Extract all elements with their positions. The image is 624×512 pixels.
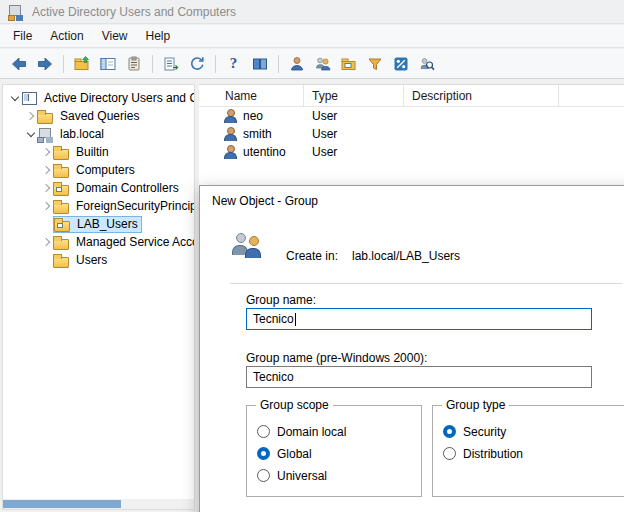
set-filter-button[interactable] <box>362 52 387 76</box>
filter-funnel-icon <box>367 56 383 72</box>
find-users-icon <box>419 56 435 72</box>
find-button[interactable] <box>414 52 439 76</box>
tree-item-computers[interactable]: Computers <box>3 161 194 179</box>
dialog-divider <box>230 283 622 284</box>
back-button[interactable] <box>6 52 31 76</box>
radio-security[interactable]: Security <box>443 424 624 439</box>
toolbar-separator <box>215 55 216 73</box>
radio-label: Distribution <box>463 447 523 461</box>
chevron-expanded-icon[interactable] <box>25 128 37 140</box>
radio-global[interactable]: Global <box>257 446 421 461</box>
create-in-label: Create in: <box>286 249 338 263</box>
ou-folder-icon <box>54 217 71 232</box>
forward-arrow-icon <box>37 56 53 72</box>
group-name-label: Group name: <box>246 293 316 307</box>
help-topics-button[interactable] <box>247 52 272 76</box>
user-name: neo <box>243 109 263 123</box>
tree-item-saved-queries[interactable]: Saved Queries <box>3 107 194 125</box>
radio-label: Domain local <box>277 425 346 439</box>
show-hide-console-tree-button[interactable] <box>95 52 120 76</box>
tree-item-foreign-security-principals[interactable]: ForeignSecurityPrincipals <box>3 197 194 215</box>
advanced-button[interactable] <box>388 52 413 76</box>
toolbar-separator <box>278 55 279 73</box>
tree-horizontal-scrollbar[interactable] <box>3 499 194 509</box>
tree-item-label: Domain Controllers <box>73 180 182 196</box>
chevron-collapsed-icon[interactable] <box>41 236 53 248</box>
radio-universal[interactable]: Universal <box>257 468 421 483</box>
new-group-button[interactable] <box>310 52 335 76</box>
chevron-collapsed-icon[interactable] <box>41 182 53 194</box>
group-type-label: Group type <box>442 398 509 412</box>
column-header-name[interactable]: Name <box>199 85 304 106</box>
tree-item-managed-service-accounts[interactable]: Managed Service Accounts <box>3 233 194 251</box>
list-header: Name Type Description <box>199 85 624 107</box>
console-panes-icon <box>100 56 116 72</box>
tree-item-label: Computers <box>73 162 138 178</box>
chevron-collapsed-icon[interactable] <box>25 110 37 122</box>
group-type-groupbox: Group type Security Distribution <box>432 405 624 497</box>
up-one-level-button[interactable] <box>69 52 94 76</box>
help-book-icon <box>252 56 268 72</box>
tree-item-domain-controllers[interactable]: Domain Controllers <box>3 179 194 197</box>
radio-icon <box>443 447 456 460</box>
dialog-title: New Object - Group <box>212 194 318 208</box>
menu-view[interactable]: View <box>93 26 137 46</box>
tree-item-lab-users[interactable]: LAB_Users <box>3 215 194 233</box>
radio-checked-icon <box>443 425 456 438</box>
tree-item-builtin[interactable]: Builtin <box>3 143 194 161</box>
column-header-type[interactable]: Type <box>304 85 404 106</box>
toolbar-separator <box>63 55 64 73</box>
tree-item-label: Saved Queries <box>57 108 142 124</box>
help-button[interactable]: ? <box>221 52 246 76</box>
folder-icon <box>53 163 70 178</box>
percent-icon <box>393 56 409 72</box>
group-scope-label: Group scope <box>256 398 333 412</box>
properties-button[interactable] <box>121 52 146 76</box>
up-level-folder-icon <box>74 56 90 72</box>
chevron-expanded-icon[interactable] <box>9 92 21 104</box>
aduc-window: Active Directory Users and Computers Fil… <box>0 0 624 512</box>
console-tree-pane: Active Directory Users and Com Saved Que… <box>2 84 195 510</box>
menu-action[interactable]: Action <box>41 26 92 46</box>
column-header-description[interactable]: Description <box>404 85 559 106</box>
tree-item-active-directory-root[interactable]: Active Directory Users and Com <box>3 89 194 107</box>
user-icon <box>223 109 237 123</box>
tree-item-users[interactable]: Users <box>3 251 194 269</box>
app-icon[interactable] <box>8 4 24 20</box>
person-front-icon <box>245 236 261 260</box>
help-icon: ? <box>230 55 238 72</box>
list-row-neo[interactable]: neo User <box>199 107 624 125</box>
scrollbar-thumb[interactable] <box>3 500 121 508</box>
radio-domain-local[interactable]: Domain local <box>257 424 421 439</box>
refresh-button[interactable] <box>184 52 209 76</box>
new-ou-button[interactable] <box>336 52 361 76</box>
tree-item-label: Users <box>73 252 110 268</box>
menu-help[interactable]: Help <box>137 26 180 46</box>
radio-icon <box>257 425 270 438</box>
folder-icon <box>53 253 70 268</box>
list-row-utentino[interactable]: utentino User <box>199 143 624 161</box>
user-icon <box>223 127 237 141</box>
window-title: Active Directory Users and Computers <box>32 5 236 19</box>
menu-file[interactable]: File <box>4 26 41 46</box>
list-row-smith[interactable]: smith User <box>199 125 624 143</box>
chevron-collapsed-icon[interactable] <box>41 200 53 212</box>
tree-item-label: Active Directory Users and Com <box>41 90 195 106</box>
export-list-button[interactable] <box>158 52 183 76</box>
radio-label: Universal <box>277 469 327 483</box>
chevron-collapsed-icon[interactable] <box>41 146 53 158</box>
chevron-collapsed-icon[interactable] <box>41 164 53 176</box>
tree-item-label: ForeignSecurityPrincipals <box>73 198 195 214</box>
forward-button[interactable] <box>32 52 57 76</box>
user-name: smith <box>243 127 272 141</box>
folder-icon <box>53 199 70 214</box>
radio-distribution[interactable]: Distribution <box>443 446 624 461</box>
title-bar: Active Directory Users and Computers <box>0 0 624 24</box>
pre2000-name-input[interactable]: Tecnico <box>246 366 592 388</box>
tree-item-label: lab.local <box>57 126 107 142</box>
group-name-input[interactable]: Tecnico <box>246 308 592 330</box>
radio-icon <box>257 469 270 482</box>
tree-item-lab-local[interactable]: lab.local <box>3 125 194 143</box>
new-user-button[interactable] <box>284 52 309 76</box>
tree-item-label: Builtin <box>73 144 112 160</box>
